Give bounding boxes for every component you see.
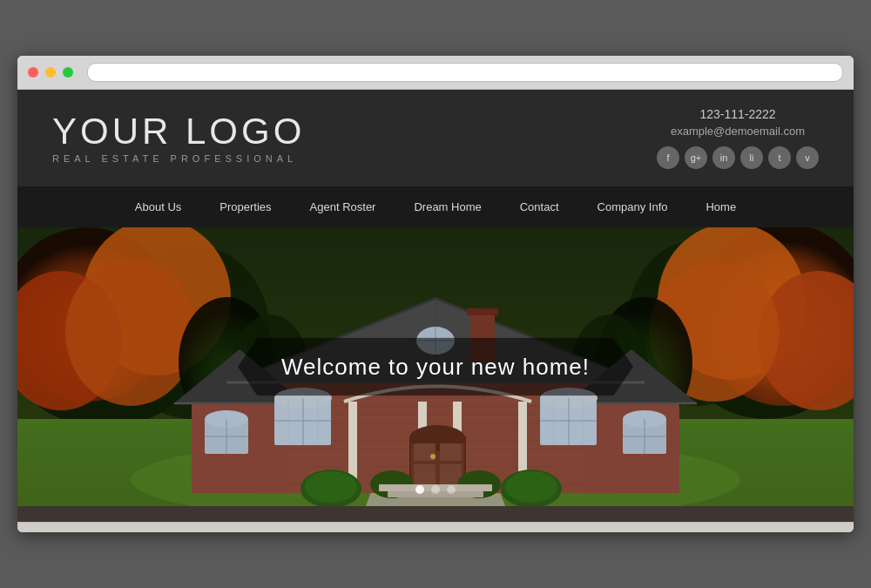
slider-dot-3[interactable] bbox=[447, 485, 456, 494]
linkedin-icon[interactable]: li bbox=[740, 146, 763, 169]
welcome-overlay: Welcome to your new home! bbox=[238, 338, 633, 396]
twitter-icon[interactable]: t bbox=[768, 146, 791, 169]
facebook-icon[interactable]: f bbox=[657, 146, 679, 169]
nav-home[interactable]: Home bbox=[686, 186, 755, 227]
contact-email: example@demoemail.com bbox=[657, 125, 819, 138]
browser-frame: YOUR LOGO REAL ESTATE PROFESSIONAL 123-1… bbox=[17, 56, 854, 532]
nav-company-info[interactable]: Company Info bbox=[578, 186, 687, 227]
close-button[interactable] bbox=[28, 67, 38, 78]
logo-area: YOUR LOGO REAL ESTATE PROFESSIONAL bbox=[52, 113, 305, 164]
nav-about-us[interactable]: About Us bbox=[116, 186, 200, 227]
footer-strip bbox=[17, 506, 854, 522]
bottom-bar bbox=[17, 522, 854, 532]
social-icons-container: f g+ in li t v bbox=[657, 146, 819, 169]
google-plus-icon[interactable]: g+ bbox=[685, 146, 707, 169]
nav-contact[interactable]: Contact bbox=[501, 186, 578, 227]
nav-agent-roster[interactable]: Agent Roster bbox=[291, 186, 395, 227]
contact-area: 123-111-2222 example@demoemail.com f g+ … bbox=[657, 107, 819, 169]
hero-section: Welcome to your new home! bbox=[17, 227, 854, 506]
slider-dot-2[interactable] bbox=[431, 485, 440, 494]
slider-dots bbox=[415, 485, 456, 494]
maximize-button[interactable] bbox=[63, 67, 73, 78]
logo-tagline: REAL ESTATE PROFESSIONAL bbox=[52, 153, 305, 164]
nav-dream-home[interactable]: Dream Home bbox=[395, 186, 500, 227]
browser-chrome bbox=[17, 56, 854, 90]
logo-text: YOUR LOGO bbox=[52, 113, 305, 150]
nav-properties[interactable]: Properties bbox=[200, 186, 290, 227]
contact-phone: 123-111-2222 bbox=[657, 107, 819, 121]
site-header: YOUR LOGO REAL ESTATE PROFESSIONAL 123-1… bbox=[17, 90, 854, 186]
main-navigation: About Us Properties Agent Roster Dream H… bbox=[17, 186, 854, 227]
instagram-icon[interactable]: in bbox=[712, 146, 735, 169]
vimeo-icon[interactable]: v bbox=[796, 146, 819, 169]
slider-dot-1[interactable] bbox=[415, 485, 424, 494]
welcome-text: Welcome to your new home! bbox=[281, 354, 590, 380]
minimize-button[interactable] bbox=[45, 67, 56, 78]
address-bar[interactable] bbox=[87, 63, 843, 82]
